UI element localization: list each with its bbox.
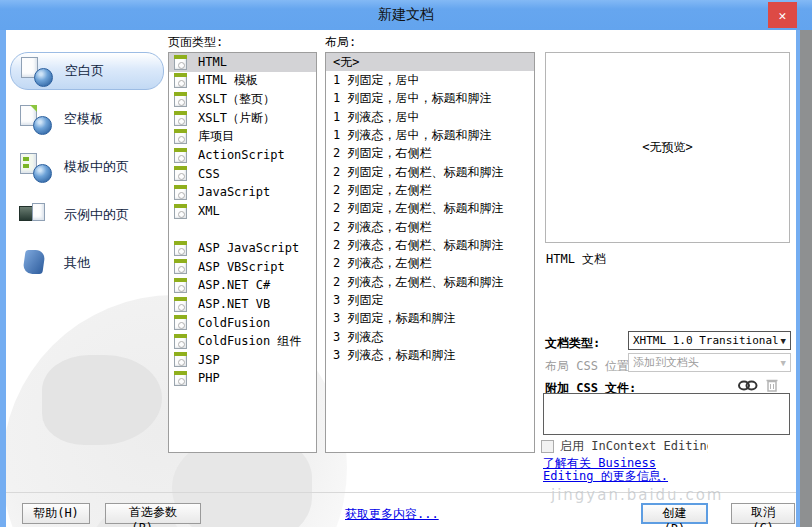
sidebar-item[interactable]: 其他 <box>10 244 164 282</box>
sidebar-item[interactable]: 模板中的页 <box>10 148 164 186</box>
enable-incontext-checkbox[interactable] <box>541 440 554 453</box>
attach-link-icon[interactable] <box>738 379 758 392</box>
document-file-icon <box>174 334 187 349</box>
window-left-border <box>0 30 6 527</box>
layout-item-label: 1 列液态，居中，标题和脚注 <box>333 127 491 144</box>
sidebar-item[interactable]: 空白页 <box>10 52 164 90</box>
layout-css-location-value: 添加到文档头 <box>633 355 699 370</box>
document-file-icon <box>174 73 187 88</box>
layout-item-label: 2 列液态，左侧栏、标题和脚注 <box>333 274 503 291</box>
page-from-template-globe-icon <box>18 151 54 183</box>
page-type-item[interactable]: ASP.NET VB <box>169 295 316 314</box>
document-file-icon <box>174 148 187 163</box>
layout-item-label: 2 列固定，左侧栏、标题和脚注 <box>333 200 503 217</box>
layout-item-label: 2 列固定，右侧栏、标题和脚注 <box>333 164 503 181</box>
page-type-item[interactable]: XML <box>169 202 316 221</box>
layout-item[interactable]: 1 列液态，居中，标题和脚注 <box>326 126 534 144</box>
dialog-titlebar: 新建文档 ✕ <box>0 0 812 30</box>
layout-item[interactable]: 2 列固定，左侧栏、标题和脚注 <box>326 200 534 218</box>
layout-item[interactable]: 1 列固定，居中，标题和脚注 <box>326 90 534 108</box>
page-type-listbox[interactable]: HTMLHTML 模板XSLT（整页）XSLT（片断）库项目ActionScri… <box>168 52 317 453</box>
dialog-footer: 帮助(H) 首选参数(P)... 获取更多内容... 创建(R) 取消(C) <box>6 492 796 527</box>
page-type-item[interactable]: HTML <box>169 53 316 72</box>
attach-css-file-listbox[interactable] <box>543 393 790 435</box>
page-type-item[interactable]: XSLT（整页） <box>169 90 316 109</box>
new-document-dialog: 新建文档 ✕ 空白页空模板模板中的页示例中的页其他 页面类型: 布局: HTML… <box>0 0 812 527</box>
blank-template-globe-icon <box>18 103 54 135</box>
layout-item-label: 1 列固定，居中，标题和脚注 <box>333 90 491 107</box>
layout-item[interactable]: 3 列液态，标题和脚注 <box>326 347 534 365</box>
sidebar-item-label: 空白页 <box>65 62 104 80</box>
page-type-item[interactable]: 库项目 <box>169 127 316 146</box>
cancel-button[interactable]: 取消(C) <box>731 503 795 524</box>
document-file-icon <box>174 204 187 219</box>
layout-item-label: 3 列液态 <box>333 329 383 346</box>
document-file-icon <box>174 92 187 107</box>
sidebar-item-label: 模板中的页 <box>64 158 129 176</box>
incontext-editing-row: 启用 InContext Editing <box>541 438 708 455</box>
layout-item[interactable]: 2 列固定，右侧栏、标题和脚注 <box>326 163 534 181</box>
page-type-item-label: XSLT（片断） <box>198 110 275 127</box>
page-type-item-label: ColdFusion <box>198 316 270 330</box>
layout-item[interactable]: 2 列固定，右侧栏 <box>326 145 534 163</box>
page-type-item[interactable]: JavaScript <box>169 183 316 202</box>
sidebar-item[interactable]: 空模板 <box>10 100 164 138</box>
page-type-item-label: CSS <box>198 167 220 181</box>
layout-item-label: <无> <box>333 54 359 71</box>
preferences-button[interactable]: 首选参数(P)... <box>105 503 201 524</box>
document-file-icon <box>174 371 187 386</box>
document-file-icon <box>174 185 187 200</box>
layout-item[interactable]: 2 列液态，左侧栏 <box>326 255 534 273</box>
document-file-icon <box>174 297 187 312</box>
layout-item[interactable]: 3 列固定 <box>326 291 534 309</box>
page-type-item[interactable]: HTML 模板 <box>169 72 316 91</box>
create-button[interactable]: 创建(R) <box>641 503 708 524</box>
chevron-down-icon: ▼ <box>781 336 786 346</box>
page-type-item[interactable]: ActionScript <box>169 146 316 165</box>
close-icon[interactable]: ✕ <box>768 2 797 28</box>
page-type-item-label: ASP.NET VB <box>198 297 270 311</box>
layout-item-label: 3 列液态，标题和脚注 <box>333 347 455 364</box>
layout-item[interactable]: 2 列液态，右侧栏、标题和脚注 <box>326 236 534 254</box>
page-type-item[interactable]: JSP <box>169 351 316 370</box>
page-type-item-label: JavaScript <box>198 185 270 199</box>
page-type-item-label: ColdFusion 组件 <box>198 333 301 350</box>
dialog-title: 新建文档 <box>378 6 434 24</box>
layout-item[interactable]: 2 列液态，右侧栏 <box>326 218 534 236</box>
page-type-item[interactable]: PHP <box>169 369 316 388</box>
layout-item[interactable]: 3 列固定，标题和脚注 <box>326 310 534 328</box>
layout-column-label: 布局: <box>325 34 356 51</box>
layout-item[interactable]: 1 列液态，居中 <box>326 108 534 126</box>
other-ribbon-icon <box>18 247 54 279</box>
page-type-item[interactable]: ASP.NET C# <box>169 276 316 295</box>
layout-listbox[interactable]: <无>1 列固定，居中1 列固定，居中，标题和脚注1 列液态，居中1 列液态，居… <box>325 52 535 453</box>
page-type-item[interactable]: ASP JavaScript <box>169 239 316 258</box>
layout-item[interactable]: <无> <box>326 53 534 71</box>
layout-item-label: 2 列液态，右侧栏、标题和脚注 <box>333 237 503 254</box>
layout-item[interactable]: 3 列液态 <box>326 328 534 346</box>
learn-more-link[interactable]: 了解有关 Business Editing 的更多信息. <box>543 457 668 483</box>
help-button[interactable]: 帮助(H) <box>22 503 90 524</box>
layout-item[interactable]: 2 列固定，左侧栏 <box>326 181 534 199</box>
page-type-item[interactable]: ASP VBScript <box>169 258 316 277</box>
document-file-icon <box>174 259 187 274</box>
page-type-item[interactable]: XSLT（片断） <box>169 109 316 128</box>
page-type-item[interactable]: ColdFusion <box>169 313 316 332</box>
page-type-column-label: 页面类型: <box>168 34 223 51</box>
blank-page-globe-icon <box>19 55 55 87</box>
document-file-icon <box>174 55 187 70</box>
doctype-dropdown[interactable]: XHTML 1.0 Transitional ▼ <box>628 331 791 350</box>
document-file-icon <box>174 315 187 330</box>
page-type-item[interactable]: CSS <box>169 165 316 184</box>
layout-item-label: 1 列固定，居中 <box>333 72 419 89</box>
layout-preview-box: <无预览> <box>545 52 790 243</box>
doctype-label: 文档类型: <box>545 335 600 352</box>
doctype-value: XHTML 1.0 Transitional <box>633 334 779 347</box>
sidebar-item[interactable]: 示例中的页 <box>10 196 164 234</box>
layout-item[interactable]: 1 列固定，居中 <box>326 71 534 89</box>
layout-item[interactable]: 2 列液态，左侧栏、标题和脚注 <box>326 273 534 291</box>
remove-css-trash-icon <box>766 378 778 392</box>
get-more-content-link[interactable]: 获取更多内容... <box>345 506 439 523</box>
page-type-item[interactable]: ColdFusion 组件 <box>169 332 316 351</box>
document-file-icon <box>174 111 187 126</box>
